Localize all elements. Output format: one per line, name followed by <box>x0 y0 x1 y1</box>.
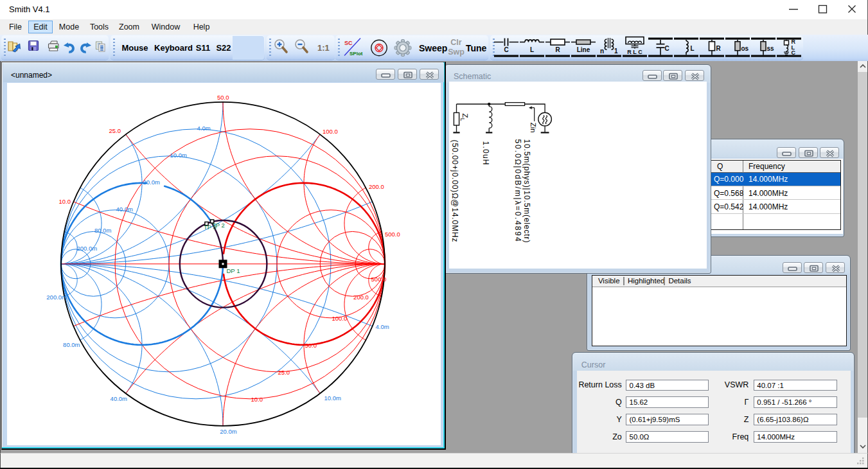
svg-text:n: n <box>600 48 604 55</box>
svg-text:10.5m(phys)|10.5m(electr): 10.5m(phys)|10.5m(electr) <box>522 139 531 243</box>
svg-text:100.0: 100.0 <box>323 127 338 134</box>
svg-text:ss: ss <box>767 45 775 52</box>
svg-text:25.0: 25.0 <box>109 127 121 134</box>
svg-text:40.0m: 40.0m <box>111 394 127 402</box>
svg-text:C: C <box>504 46 508 53</box>
svg-text:DP 1: DP 1 <box>227 267 240 274</box>
svg-text:200.0: 200.0 <box>353 293 369 300</box>
svg-text:50.0: 50.0 <box>217 94 229 101</box>
svg-text:10.0: 10.0 <box>251 396 263 403</box>
svg-text:500.0: 500.0 <box>385 231 400 238</box>
svg-text:R L C: R L C <box>627 49 642 55</box>
svg-text:4.0m: 4.0m <box>197 124 211 131</box>
svg-text:10.0m: 10.0m <box>170 151 187 158</box>
svg-text:80.0m: 80.0m <box>94 227 111 234</box>
svg-text:10.0m: 10.0m <box>324 394 341 401</box>
svg-text:Line: Line <box>577 46 590 53</box>
svg-text:50.0Ω|0dB/m|λ=0.4894: 50.0Ω|0dB/m|λ=0.4894 <box>513 139 522 243</box>
svg-text:100.0: 100.0 <box>332 315 348 322</box>
svg-text:4.0m: 4.0m <box>376 323 389 330</box>
svg-text:1: 1 <box>614 48 618 55</box>
svg-text:R: R <box>716 45 722 52</box>
svg-text:L: L <box>691 45 695 52</box>
svg-text:200.0: 200.0 <box>369 183 384 190</box>
svg-text:80.0m: 80.0m <box>63 341 80 348</box>
svg-text:1.0uH: 1.0uH <box>481 141 490 166</box>
svg-text:ZL: ZL <box>459 114 469 121</box>
svg-text:20.0m: 20.0m <box>220 428 236 435</box>
svg-text:Zin: Zin <box>529 123 537 133</box>
svg-text:os: os <box>741 45 749 52</box>
svg-text:L: L <box>530 46 534 53</box>
svg-text:200.0m: 200.0m <box>46 294 67 301</box>
svg-text:1:1: 1:1 <box>317 43 330 53</box>
svg-text:40.0m: 40.0m <box>116 205 133 212</box>
svg-text:R: R <box>555 46 560 53</box>
svg-text:20.0m: 20.0m <box>143 178 160 185</box>
svg-text:10.0: 10.0 <box>59 197 71 204</box>
svg-text:25.0: 25.0 <box>278 369 290 376</box>
svg-text:50.0: 50.0 <box>305 342 317 349</box>
svg-text:SC: SC <box>344 40 353 46</box>
svg-text:SPlot: SPlot <box>350 51 363 57</box>
svg-text:TP 2: TP 2 <box>212 222 225 229</box>
svg-text:500.0: 500.0 <box>371 276 387 283</box>
svg-text:200.0m: 200.0m <box>76 244 97 251</box>
svg-text:C: C <box>665 45 669 52</box>
svg-text:(50.00+j0.00)Ω@14.0MHz: (50.00+j0.00)Ω@14.0MHz <box>450 140 459 243</box>
